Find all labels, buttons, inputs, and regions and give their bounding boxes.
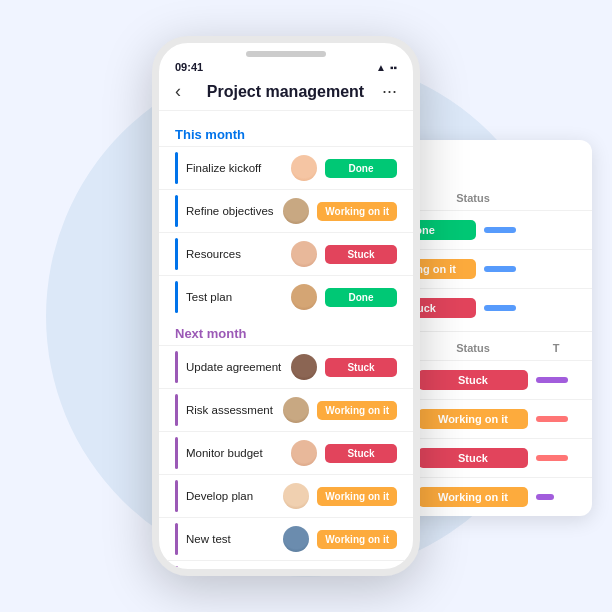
back-button[interactable]: ‹ — [175, 81, 181, 102]
task-row[interactable]: Kickoff budget Done — [159, 560, 413, 567]
task-name: Resources — [186, 248, 283, 260]
status-badge: Stuck — [418, 448, 528, 468]
task-name: Finalize kickoff — [186, 162, 283, 174]
row-indicator — [175, 238, 178, 270]
page-title: Project management — [189, 83, 382, 101]
progress-bar — [536, 416, 568, 422]
progress-bar — [484, 266, 516, 272]
more-button[interactable]: ··· — [382, 81, 397, 102]
status-badge: Working on it — [418, 409, 528, 429]
avatar — [283, 198, 309, 224]
row-indicator — [175, 195, 178, 227]
next-month-label: Next month — [159, 318, 413, 345]
status-badge: Stuck — [325, 444, 397, 463]
status-badge: Done — [325, 288, 397, 307]
avatar — [283, 483, 309, 509]
avatar — [283, 526, 309, 552]
progress-bar — [484, 227, 516, 233]
progress-bar — [536, 377, 568, 383]
time-display: 09:41 — [175, 61, 203, 73]
battery-icon: ▪▪ — [390, 62, 397, 73]
task-row[interactable]: Test plan Done — [159, 275, 413, 318]
task-row[interactable]: Monitor budget Stuck — [159, 431, 413, 474]
task-name: New test — [186, 533, 275, 545]
this-month-label: This month — [159, 119, 413, 146]
task-row[interactable]: Risk assessment Working on it — [159, 388, 413, 431]
task-name: Update agreement — [186, 361, 283, 373]
phone-header: ‹ Project management ··· — [159, 77, 413, 111]
avatar — [283, 397, 309, 423]
row-indicator — [175, 351, 178, 383]
status-badge: Working on it — [317, 530, 397, 549]
task-row[interactable]: Finalize kickoff Done — [159, 146, 413, 189]
task-name: Monitor budget — [186, 447, 283, 459]
phone: 09:41 ▲ ▪▪ ‹ Project management ··· This… — [152, 36, 420, 576]
t-col-header — [536, 192, 576, 204]
progress-bar — [536, 494, 554, 500]
task-row[interactable]: New test Working on it — [159, 517, 413, 560]
status-badge: Stuck — [325, 358, 397, 377]
t-col-header2: T — [536, 342, 576, 354]
status-badge: Stuck — [325, 245, 397, 264]
row-indicator — [175, 152, 178, 184]
status-badge: Working on it — [418, 487, 528, 507]
avatar — [291, 440, 317, 466]
task-name: Refine objectives — [186, 205, 275, 217]
avatar — [291, 284, 317, 310]
status-badge: Stuck — [418, 370, 528, 390]
task-row[interactable]: Develop plan Working on it — [159, 474, 413, 517]
task-name: Risk assessment — [186, 404, 275, 416]
task-row[interactable]: Refine objectives Working on it — [159, 189, 413, 232]
avatar — [291, 155, 317, 181]
status-badge: Working on it — [317, 401, 397, 420]
row-indicator — [175, 480, 178, 512]
status-icons: ▲ ▪▪ — [376, 62, 397, 73]
task-row[interactable]: Resources Stuck — [159, 232, 413, 275]
row-indicator — [175, 394, 178, 426]
status-badge: Done — [325, 159, 397, 178]
phone-content: This month Finalize kickoff Done Refine … — [159, 111, 413, 567]
progress-bar — [484, 305, 516, 311]
wifi-icon: ▲ — [376, 62, 386, 73]
status-col-header2: Status — [418, 342, 528, 354]
status-bar: 09:41 ▲ ▪▪ — [159, 57, 413, 77]
row-indicator — [175, 523, 178, 555]
task-name: Develop plan — [186, 490, 275, 502]
row-indicator — [175, 566, 178, 567]
row-indicator — [175, 437, 178, 469]
avatar — [291, 241, 317, 267]
row-indicator — [175, 281, 178, 313]
task-name: Test plan — [186, 291, 283, 303]
task-row[interactable]: Update agreement Stuck — [159, 345, 413, 388]
progress-bar — [536, 455, 568, 461]
status-badge: Working on it — [317, 487, 397, 506]
avatar — [291, 354, 317, 380]
status-col-header: Status — [418, 192, 528, 204]
status-badge: Working on it — [317, 202, 397, 221]
